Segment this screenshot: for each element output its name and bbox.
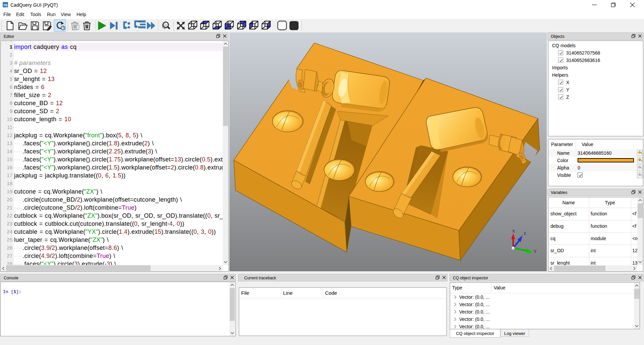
svg-text:Z: Z	[524, 231, 526, 236]
svg-text:cq: cq	[3, 3, 7, 7]
svg-text:X: X	[512, 229, 515, 233]
svg-text:Y: Y	[534, 249, 537, 254]
